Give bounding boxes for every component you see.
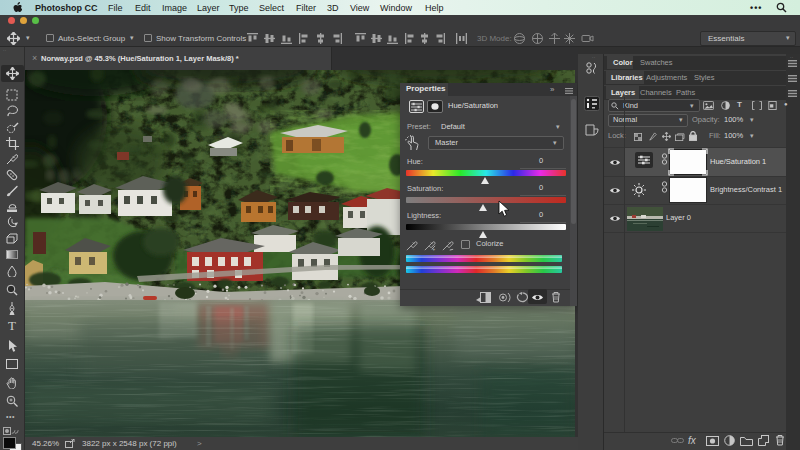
svg-text:-: - — [450, 246, 452, 251]
svg-text:+: + — [432, 246, 435, 251]
svg-text:T: T — [8, 319, 16, 331]
